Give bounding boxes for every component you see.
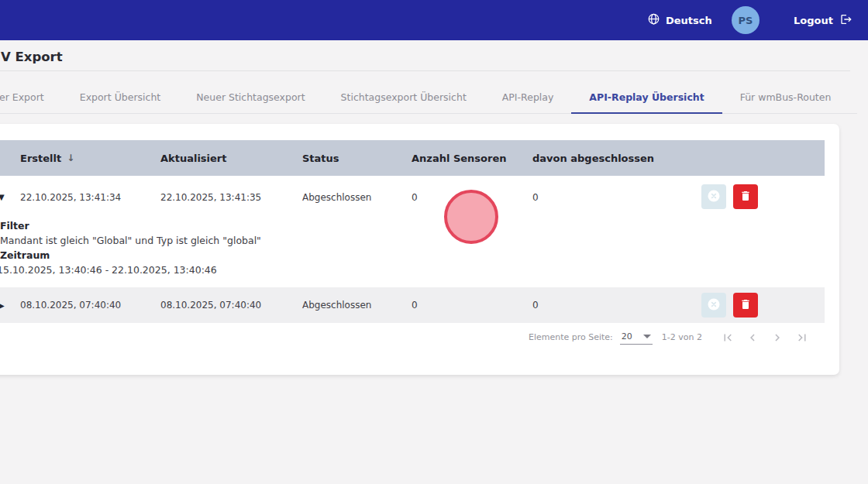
- items-per-page-value: 20: [622, 331, 632, 342]
- cell-aktualisiert: 22.10.2025, 13:41:35: [160, 176, 261, 218]
- chevron-down-icon: [643, 335, 651, 338]
- column-header-status: Status: [302, 140, 339, 176]
- cancel-circle-icon: [706, 297, 722, 314]
- globe-icon: [648, 13, 660, 27]
- tab-neuer-stichtagsexport[interactable]: Neuer Stichtagsexport: [178, 81, 322, 113]
- tab-stichtagsexport-uebersicht[interactable]: Stichtagsexport Übersicht: [323, 81, 484, 113]
- topbar: Deutsch PS Logout: [0, 0, 868, 40]
- cell-anzahl-sensoren: 0: [412, 287, 418, 323]
- cell-erstellt: 08.10.2025, 07:40:40: [20, 287, 121, 323]
- next-page-button[interactable]: [766, 327, 787, 348]
- paginator: Elemente pro Seite: 20 1-2 von 2: [529, 327, 812, 348]
- tab-export-uebersicht[interactable]: Export Übersicht: [62, 81, 179, 113]
- sort-descending-icon: ↓: [67, 153, 74, 163]
- language-switcher[interactable]: Deutsch: [648, 13, 712, 27]
- table-row: ▼ 22.10.2025, 13:41:34 22.10.2025, 13:41…: [0, 176, 825, 218]
- last-page-button[interactable]: [791, 327, 812, 348]
- cell-anzahl-sensoren: 0: [412, 176, 418, 218]
- language-label: Deutsch: [666, 15, 712, 26]
- column-header-aktualisiert: Aktualisiert: [160, 140, 227, 176]
- filter-label: Filter: [0, 218, 465, 233]
- cell-status: Abgeschlossen: [302, 176, 371, 218]
- collapse-row-icon[interactable]: ▼: [0, 176, 11, 218]
- trash-icon: [739, 298, 752, 313]
- export-table-card: Erstellt ↓ Aktualisiert Status Anzahl Se…: [0, 124, 839, 375]
- delete-export-button[interactable]: [733, 293, 758, 318]
- click-indicator: [444, 190, 498, 244]
- title-divider: [0, 70, 850, 71]
- column-header-anzahl-sensoren: Anzahl Sensoren: [412, 140, 506, 176]
- previous-page-button[interactable]: [742, 327, 763, 348]
- cancel-export-button[interactable]: [701, 293, 726, 318]
- tab-wmbus-routen[interactable]: Für wmBus-Routen: [722, 81, 849, 113]
- items-per-page-select[interactable]: 20: [620, 330, 653, 345]
- chevron-left-icon: [746, 331, 760, 345]
- first-page-icon: [721, 331, 735, 345]
- avatar[interactable]: PS: [732, 6, 760, 34]
- row-details: Filter Mandant ist gleich "Global" und T…: [0, 218, 465, 277]
- table-header-row: Erstellt ↓ Aktualisiert Status Anzahl Se…: [0, 140, 825, 176]
- logout-label: Logout: [794, 15, 833, 26]
- chevron-right-icon: [770, 331, 784, 345]
- last-page-icon: [795, 331, 809, 345]
- trash-icon: [739, 190, 752, 204]
- logout-button[interactable]: Logout: [794, 13, 852, 28]
- cell-aktualisiert: 08.10.2025, 07:40:40: [160, 287, 261, 323]
- column-header-davon-abgeschlossen: davon abgeschlossen: [532, 140, 654, 176]
- avatar-initials: PS: [739, 15, 753, 26]
- delete-export-button[interactable]: [733, 184, 758, 209]
- tab-api-replay[interactable]: API-Replay: [484, 81, 572, 113]
- tab-neuer-export[interactable]: er Export: [0, 81, 62, 113]
- cancel-export-button[interactable]: [701, 184, 726, 209]
- cell-davon-abgeschlossen: 0: [532, 176, 539, 218]
- cell-davon-abgeschlossen: 0: [532, 287, 539, 323]
- expand-row-icon[interactable]: ▶: [0, 287, 11, 323]
- cancel-circle-icon: [706, 188, 722, 206]
- tab-bar: er Export Export Übersicht Neuer Stichta…: [0, 81, 857, 114]
- zeitraum-label: Zeitraum: [0, 248, 465, 263]
- paginator-range-label: 1-2 von 2: [662, 332, 702, 342]
- logout-icon: [840, 13, 852, 28]
- column-header-erstellt[interactable]: Erstellt ↓: [20, 140, 74, 176]
- cell-erstellt: 22.10.2025, 13:41:34: [20, 176, 121, 218]
- page-title: V Export: [1, 50, 63, 64]
- first-page-button[interactable]: [717, 327, 738, 348]
- items-per-page-label: Elemente pro Seite:: [529, 332, 613, 342]
- tab-api-replay-uebersicht[interactable]: API-Replay Übersicht: [571, 81, 722, 113]
- filter-value: Mandant ist gleich "Global" und Typ ist …: [0, 233, 465, 248]
- zeitraum-value: 15.10.2025, 13:40:46 - 22.10.2025, 13:40…: [0, 263, 465, 277]
- cell-status: Abgeschlossen: [302, 287, 371, 323]
- table-row: ▶ 08.10.2025, 07:40:40 08.10.2025, 07:40…: [0, 287, 825, 323]
